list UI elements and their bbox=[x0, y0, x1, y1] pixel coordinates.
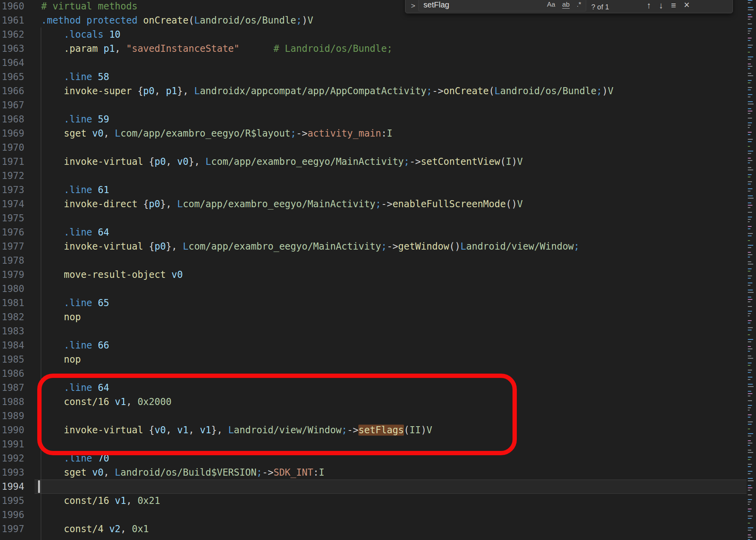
minimap-line bbox=[748, 535, 751, 535]
code-token: .param bbox=[41, 43, 104, 54]
minimap[interactable] bbox=[747, 0, 756, 540]
code-line[interactable]: .locals 10 bbox=[41, 27, 613, 42]
minimap-line bbox=[748, 499, 752, 500]
whole-word-toggle[interactable]: ab bbox=[560, 0, 572, 9]
code-line[interactable]: .line 58 bbox=[41, 70, 613, 84]
minimap-line bbox=[748, 299, 752, 300]
code-line[interactable]: .line 64 bbox=[41, 225, 613, 239]
code-line[interactable]: .param p1, "savedInstanceState" # Landro… bbox=[41, 42, 613, 56]
code-line[interactable]: .line 64 bbox=[41, 381, 613, 395]
code-token: android/os/Bundle bbox=[200, 15, 296, 26]
minimap-line bbox=[748, 471, 752, 472]
code-token: ; bbox=[342, 425, 347, 436]
code-line[interactable] bbox=[41, 140, 613, 155]
line-number: 1990 bbox=[0, 423, 24, 437]
code-token: invoke-direct bbox=[41, 199, 143, 210]
code-line[interactable]: invoke-virtual {v0, v1, v1}, Landroid/vi… bbox=[41, 423, 613, 437]
code-token: sget bbox=[41, 128, 92, 139]
code-token: -> bbox=[387, 241, 398, 252]
code-line[interactable]: .line 65 bbox=[41, 296, 613, 310]
minimap-line bbox=[748, 478, 753, 479]
line-number: 1973 bbox=[0, 183, 24, 197]
line-number: 1962 bbox=[0, 27, 24, 42]
previous-match-button[interactable]: ↑ bbox=[643, 0, 655, 11]
code-token: .line bbox=[41, 71, 98, 82]
minimap-line bbox=[748, 365, 751, 366]
minimap-line bbox=[748, 219, 751, 220]
code-token: , bbox=[126, 396, 138, 407]
find-input[interactable] bbox=[423, 0, 542, 9]
code-line[interactable]: .line 66 bbox=[41, 338, 613, 352]
minimap-line bbox=[748, 188, 752, 189]
close-find-button[interactable]: × bbox=[680, 0, 694, 11]
code-line[interactable] bbox=[41, 437, 613, 451]
code-line[interactable] bbox=[41, 367, 613, 381]
line-number: 1960 bbox=[0, 0, 24, 13]
minimap-line bbox=[748, 285, 751, 286]
code-token: android/os/Bundle bbox=[500, 86, 596, 97]
code-token: 0x2000 bbox=[138, 396, 172, 407]
code-line[interactable] bbox=[41, 480, 613, 494]
code-line[interactable]: sget v0, Landroid/os/Build$VERSION;->SDK… bbox=[41, 465, 613, 480]
code-line[interactable]: invoke-super {p0, p1}, Landroidx/appcomp… bbox=[41, 84, 613, 98]
code-line[interactable]: invoke-virtual {p0}, Lcom/app/exambro_ee… bbox=[41, 239, 613, 254]
regex-toggle[interactable]: .* bbox=[574, 0, 583, 9]
minimap-line bbox=[748, 228, 751, 229]
code-token: 61 bbox=[98, 184, 109, 195]
code-line[interactable]: invoke-virtual {p0, v0}, Lcom/app/exambr… bbox=[41, 155, 613, 169]
code-line[interactable]: .line 61 bbox=[41, 183, 613, 197]
minimap-line bbox=[748, 153, 751, 154]
code-token: android/view/Window bbox=[466, 241, 574, 252]
minimap-line bbox=[748, 245, 753, 246]
minimap-line bbox=[748, 297, 751, 297]
code-token: { bbox=[149, 241, 154, 252]
code-token: { bbox=[138, 86, 143, 97]
code-line[interactable] bbox=[41, 169, 613, 183]
code-token: com/app/exambro_eegyo/R$layout bbox=[120, 128, 290, 139]
line-number: 1972 bbox=[0, 169, 24, 183]
minimap-line bbox=[748, 275, 752, 276]
code-token: nop bbox=[41, 312, 81, 323]
code-line[interactable]: move-result-object v0 bbox=[41, 268, 613, 282]
match-case-toggle[interactable]: Aa bbox=[545, 0, 558, 9]
code-line[interactable] bbox=[41, 254, 613, 268]
code-line[interactable]: .line 59 bbox=[41, 112, 613, 126]
minimap-line bbox=[748, 391, 751, 392]
code-token: onCreate bbox=[443, 86, 489, 97]
code-line[interactable] bbox=[41, 282, 613, 296]
code-line[interactable] bbox=[41, 56, 613, 70]
line-number: 1995 bbox=[0, 494, 24, 508]
minimap-line bbox=[748, 372, 751, 373]
code-line[interactable] bbox=[41, 324, 613, 338]
minimap-line bbox=[748, 537, 752, 538]
minimap-line bbox=[748, 9, 754, 10]
code-line[interactable] bbox=[41, 211, 613, 225]
code-token: .line bbox=[41, 184, 98, 195]
code-line[interactable]: .method protected onCreate(Landroid/os/B… bbox=[41, 13, 613, 27]
code-line[interactable]: nop bbox=[41, 352, 613, 367]
code-line[interactable]: const/16 v1, 0x21 bbox=[41, 494, 613, 508]
code-line[interactable]: nop bbox=[41, 310, 613, 324]
code-token: v0 bbox=[92, 128, 104, 139]
minimap-line bbox=[748, 377, 752, 378]
minimap-line bbox=[748, 311, 752, 312]
code-line[interactable]: const/16 v1, 0x2000 bbox=[41, 395, 613, 409]
minimap-line bbox=[748, 207, 751, 208]
code-token: v1 bbox=[177, 425, 189, 436]
code-line[interactable]: const/4 v2, 0x1 bbox=[41, 522, 613, 536]
code-line[interactable] bbox=[41, 508, 613, 522]
next-match-button[interactable]: ↓ bbox=[655, 0, 667, 11]
chevron-right-icon[interactable]: > bbox=[409, 2, 418, 11]
code-token: const/16 bbox=[41, 396, 115, 407]
minimap-line bbox=[748, 386, 754, 387]
minimap-line bbox=[748, 518, 752, 519]
code-area[interactable]: # virtual methods.method protected onCre… bbox=[41, 0, 613, 536]
code-line[interactable] bbox=[41, 409, 613, 423]
minimap-line bbox=[748, 33, 750, 34]
code-line[interactable]: sget v0, Lcom/app/exambro_eegyo/R$layout… bbox=[41, 126, 613, 140]
code-line[interactable]: .line 70 bbox=[41, 451, 613, 465]
find-in-selection-button[interactable]: ≡ bbox=[667, 0, 680, 11]
code-line[interactable]: invoke-direct {p0}, Lcom/app/exambro_eeg… bbox=[41, 197, 613, 211]
code-token: L bbox=[183, 241, 188, 252]
code-line[interactable] bbox=[41, 98, 613, 112]
